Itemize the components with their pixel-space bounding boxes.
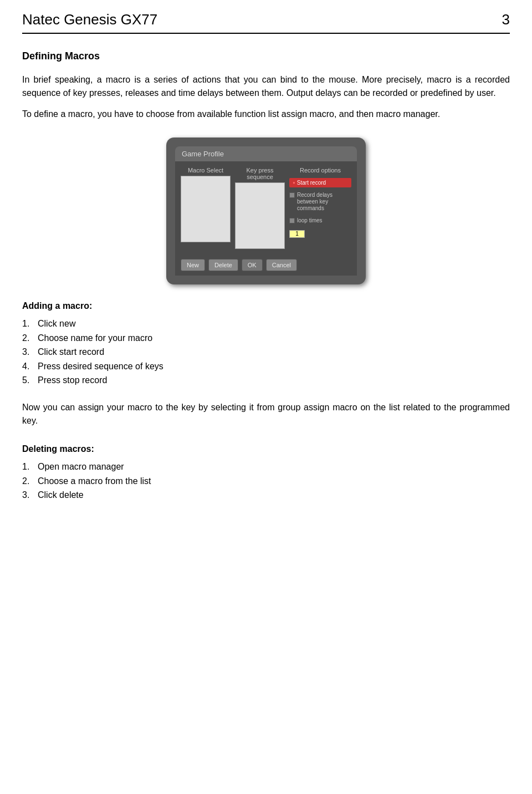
list-item: 1. Open macro manager [22,460,510,474]
ok-button[interactable]: OK [242,259,263,271]
step-number: 3. [22,488,33,502]
step-text: Click start record [38,345,104,359]
step-number: 1. [22,317,33,331]
step-text: Click new [38,317,75,331]
record-options-label: Record options [289,167,351,174]
record-delays-label: Record delays between key commands [297,192,351,212]
macro-select-label: Macro Select [181,167,231,174]
step-text: Press stop record [38,373,107,388]
key-press-label: Key press sequence [235,167,285,180]
list-item: 5. Press stop record [22,373,510,388]
step-number: 2. [22,331,33,345]
page-header: Natec Genesis GX77 3 [22,11,510,34]
step-text: Choose name for your macro [38,331,152,345]
list-item: 2. Choose a macro from the list [22,474,510,488]
deleting-macro-title: Deleting macros: [22,444,510,454]
section-title: Defining Macros [22,50,510,62]
deleting-macro-steps: 1. Open macro manager 2. Choose a macro … [22,460,510,502]
game-profile-ui-container: Game Profile Macro Select Key press sequ… [22,138,510,284]
loop-times-row: loop times [289,217,351,223]
step-number: 1. [22,460,33,474]
cancel-button[interactable]: Cancel [266,259,297,271]
step-text: Open macro manager [38,460,124,474]
page-number: 3 [502,11,510,28]
step-text: Choose a macro from the list [38,474,151,488]
start-record-button[interactable]: Start record [289,178,351,187]
record-delays-row: Record delays between key commands [289,192,351,212]
adding-macro-title: Adding a macro: [22,301,510,311]
adding-macro-steps: 1. Click new 2. Choose name for your mac… [22,317,510,388]
step-number: 3. [22,345,33,359]
record-delays-checkbox[interactable] [289,192,295,198]
game-profile-body: Macro Select Key press sequence Record o… [175,161,357,255]
step-text: Click delete [38,488,84,502]
loop-times-checkbox[interactable] [289,218,295,223]
list-item: 2. Choose name for your macro [22,331,510,345]
list-item: 3. Click start record [22,345,510,359]
deleting-macro-section: Deleting macros: 1. Open macro manager 2… [22,444,510,502]
macro-select-listbox[interactable] [181,176,231,242]
game-profile-header: Game Profile [175,146,357,161]
loop-times-input[interactable] [289,230,305,238]
new-button[interactable]: New [181,259,205,271]
game-profile-footer: New Delete OK Cancel [175,255,357,276]
intro-paragraph-2: To define a macro, you have to choose fr… [22,108,510,121]
step-number: 5. [22,373,33,388]
step-text: Press desired sequence of keys [38,359,163,374]
macro-select-column: Macro Select [181,167,231,249]
record-options-column: Record options Start record Record delay… [289,167,351,249]
step-number: 4. [22,359,33,374]
loop-times-label: loop times [297,217,323,223]
game-profile-title: Game Profile [182,150,224,158]
list-item: 1. Click new [22,317,510,331]
document-title: Natec Genesis GX77 [22,11,157,28]
key-press-listbox[interactable] [235,182,285,249]
step-number: 2. [22,474,33,488]
game-profile-ui: Game Profile Macro Select Key press sequ… [166,138,366,284]
list-item: 3. Click delete [22,488,510,502]
delete-button[interactable]: Delete [208,259,238,271]
list-item: 4. Press desired sequence of keys [22,359,510,374]
adding-macro-section: Adding a macro: 1. Click new 2. Choose n… [22,301,510,388]
key-press-column: Key press sequence [235,167,285,249]
assign-text: Now you can assign your macro to the key… [22,401,510,427]
intro-paragraph-1: In brief speaking, a macro is a series o… [22,73,510,100]
